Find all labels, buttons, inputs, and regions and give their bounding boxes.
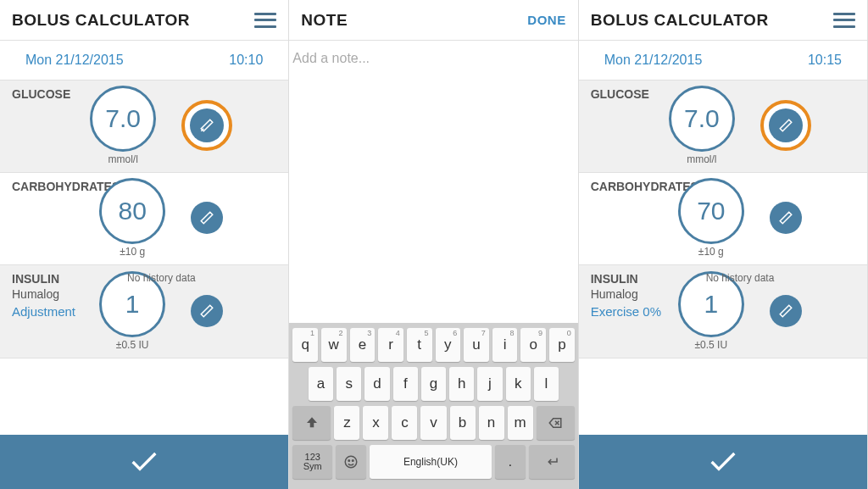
- key-b[interactable]: b: [450, 406, 476, 440]
- enter-icon: [544, 454, 559, 470]
- space-key[interactable]: English(UK): [370, 445, 492, 479]
- carbs-edit-button[interactable]: [191, 202, 223, 234]
- kb-row3: zxcvbnm: [292, 406, 574, 440]
- key-q[interactable]: q1: [292, 328, 318, 362]
- pencil-icon: [199, 118, 214, 133]
- check-icon: [127, 445, 161, 479]
- key-m[interactable]: m: [508, 406, 533, 440]
- carbs-unit: ±10 g: [698, 246, 724, 258]
- pencil-icon: [778, 210, 793, 225]
- pencil-icon: [778, 303, 793, 319]
- carbs-section: CARBOHYDRATES 80 ±10 g: [0, 173, 288, 265]
- carbs-value[interactable]: 70: [678, 178, 744, 244]
- glucose-unit: mmol/l: [108, 153, 137, 165]
- pencil-icon: [199, 210, 214, 225]
- date-row[interactable]: Mon 21/12/2015 10:15: [579, 41, 867, 81]
- bolus-panel-1: BOLUS CALCULATOR Mon 21/12/2015 10:10 GL…: [0, 0, 289, 489]
- key-z[interactable]: z: [334, 406, 359, 440]
- key-p[interactable]: p0: [549, 328, 575, 362]
- kb-row2: asdfghjkl: [292, 367, 574, 401]
- note-text-field[interactable]: [292, 51, 574, 66]
- key-s[interactable]: s: [337, 367, 361, 401]
- period-key[interactable]: .: [495, 445, 526, 479]
- key-u[interactable]: u7: [464, 328, 489, 362]
- kb-row4: 123 Sym English(UK) .: [292, 445, 574, 479]
- key-w[interactable]: w2: [321, 328, 347, 362]
- glucose-value[interactable]: 7.0: [669, 86, 735, 152]
- key-g[interactable]: g: [421, 367, 446, 401]
- key-d[interactable]: d: [364, 367, 389, 401]
- sym-label-2: Sym: [303, 462, 322, 471]
- confirm-button[interactable]: [579, 435, 867, 489]
- page-title: NOTE: [301, 11, 348, 30]
- page-title: BOLUS CALCULATOR: [12, 11, 190, 30]
- pencil-icon: [199, 303, 214, 319]
- header: BOLUS CALCULATOR: [579, 0, 867, 41]
- insulin-unit: ±0.5 IU: [116, 339, 149, 351]
- space-label: English(UK): [403, 456, 458, 468]
- menu-icon[interactable]: [254, 13, 276, 28]
- shift-key[interactable]: [292, 406, 331, 440]
- confirm-button[interactable]: [0, 435, 288, 489]
- insulin-edit-button[interactable]: [191, 295, 223, 327]
- emoji-key[interactable]: [336, 445, 366, 479]
- key-c[interactable]: c: [392, 406, 417, 440]
- glucose-unit: mmol/l: [687, 153, 716, 165]
- kb-row1: q1w2e3r4t5y6u7i8o9p0: [292, 328, 574, 362]
- enter-key[interactable]: [529, 445, 575, 479]
- insulin-section: INSULIN Humalog Adjustment No history da…: [0, 265, 288, 358]
- key-o[interactable]: o9: [520, 328, 546, 362]
- menu-icon[interactable]: [833, 13, 855, 28]
- page-title: BOLUS CALCULATOR: [591, 11, 769, 30]
- key-f[interactable]: f: [393, 367, 418, 401]
- insulin-unit: ±0.5 IU: [695, 339, 728, 351]
- key-e[interactable]: e3: [350, 328, 376, 362]
- carbs-unit: ±10 g: [120, 246, 145, 258]
- time-label: 10:10: [229, 53, 263, 68]
- svg-point-2: [353, 460, 354, 462]
- bolus-panel-2: BOLUS CALCULATOR Mon 21/12/2015 10:15 GL…: [579, 0, 868, 489]
- time-label: 10:15: [808, 53, 842, 68]
- glucose-section: GLUCOSE 7.0 mmol/l: [0, 81, 288, 173]
- key-a[interactable]: a: [309, 367, 333, 401]
- header: BOLUS CALCULATOR: [0, 0, 288, 41]
- carbs-section: CARBOHYDRATES 70 ±10 g: [579, 173, 867, 265]
- done-button[interactable]: DONE: [527, 13, 565, 27]
- carbs-value[interactable]: 80: [99, 178, 165, 244]
- note-panel: NOTE DONE q1w2e3r4t5y6u7i8o9p0 asdfghjkl…: [289, 0, 578, 489]
- key-v[interactable]: v: [420, 406, 446, 440]
- history-note: No history data: [706, 272, 775, 284]
- key-k[interactable]: k: [506, 367, 531, 401]
- pencil-icon: [778, 118, 793, 133]
- sym-key[interactable]: 123 Sym: [292, 445, 332, 479]
- key-i[interactable]: i8: [492, 328, 518, 362]
- glucose-section: GLUCOSE 7.0 mmol/l: [579, 81, 867, 173]
- keyboard: q1w2e3r4t5y6u7i8o9p0 asdfghjkl zxcvbnm 1…: [289, 323, 577, 489]
- glucose-value[interactable]: 7.0: [90, 86, 156, 152]
- key-n[interactable]: n: [479, 406, 504, 440]
- key-l[interactable]: l: [534, 367, 559, 401]
- header: NOTE DONE: [289, 0, 577, 41]
- insulin-edit-button[interactable]: [770, 295, 802, 327]
- emoji-icon: [343, 454, 359, 470]
- key-x[interactable]: x: [363, 406, 388, 440]
- insulin-section: INSULIN Humalog Exercise 0% No history d…: [579, 265, 867, 358]
- date-label: Mon 21/12/2015: [25, 53, 124, 68]
- note-input-area: [289, 41, 577, 76]
- svg-point-0: [345, 456, 357, 468]
- key-j[interactable]: j: [477, 367, 502, 401]
- check-icon: [706, 445, 740, 479]
- key-h[interactable]: h: [449, 367, 474, 401]
- svg-point-1: [348, 460, 350, 462]
- carbs-edit-button[interactable]: [770, 202, 802, 234]
- key-t[interactable]: t5: [407, 328, 432, 362]
- glucose-edit-button[interactable]: [181, 100, 232, 151]
- shift-icon: [304, 415, 320, 431]
- backspace-key[interactable]: [537, 406, 575, 440]
- date-label: Mon 21/12/2015: [604, 53, 703, 68]
- history-note: No history data: [127, 272, 196, 284]
- key-r[interactable]: r4: [378, 328, 403, 362]
- date-row[interactable]: Mon 21/12/2015 10:10: [0, 41, 288, 81]
- key-y[interactable]: y6: [436, 328, 461, 362]
- glucose-edit-button[interactable]: [760, 100, 811, 151]
